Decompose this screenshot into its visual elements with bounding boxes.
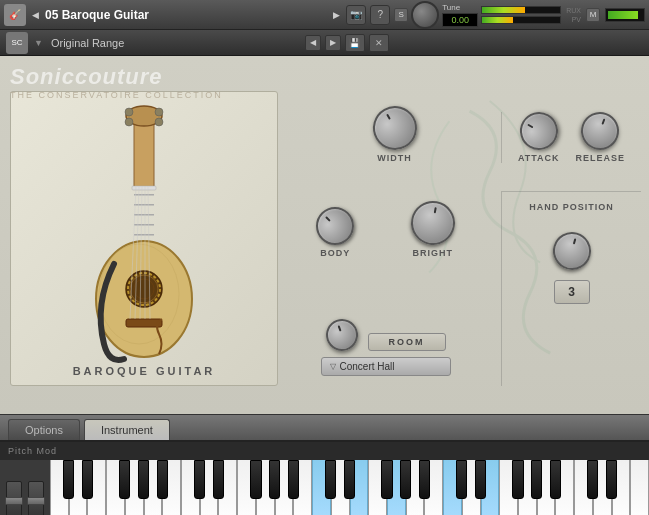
svg-rect-11 xyxy=(134,234,154,236)
black-key-1-1[interactable] xyxy=(213,460,224,499)
second-bar: SC ▼ Original Range ◀ ▶ 💾 ✕ xyxy=(0,30,649,56)
guitar-svg xyxy=(74,104,214,374)
brand-overlay: Soniccouture The Conservatoire Collectio… xyxy=(10,64,223,100)
black-key-2-4[interactable] xyxy=(419,460,430,499)
tab-options[interactable]: Options xyxy=(8,419,80,440)
main-area: Soniccouture The Conservatoire Collectio… xyxy=(0,56,649,414)
save-button[interactable]: 💾 xyxy=(345,34,365,52)
body-knob[interactable] xyxy=(308,199,362,253)
svg-rect-7 xyxy=(134,194,154,196)
svg-point-2 xyxy=(125,108,133,116)
svg-rect-9 xyxy=(134,214,154,216)
level-fill-2 xyxy=(482,17,513,23)
black-key-1-0[interactable] xyxy=(194,460,205,499)
attack-label: ATTACK xyxy=(518,153,560,163)
preset-nav-left[interactable]: ◀ xyxy=(30,10,41,20)
level-fill-1 xyxy=(482,7,525,13)
pitch-controls xyxy=(0,460,50,515)
delete-button[interactable]: ✕ xyxy=(369,34,389,52)
preset-range: Original Range xyxy=(47,37,301,49)
white-key-31[interactable] xyxy=(630,460,649,515)
piano-body: ◀ +2 oct ▶ xyxy=(0,460,649,515)
preset-nav-right[interactable]: ▶ xyxy=(331,10,342,20)
level-bar-1 xyxy=(481,6,561,14)
camera-button[interactable]: 📷 xyxy=(346,5,366,25)
attack-release-controls: ATTACK RELEASE xyxy=(501,112,641,163)
piano-keys-container xyxy=(50,460,649,515)
m-button[interactable]: M xyxy=(586,8,600,22)
bright-knob[interactable] xyxy=(407,198,458,249)
guitar-label: BAROQUE GUITAR xyxy=(11,365,277,377)
black-key-4-1[interactable] xyxy=(606,460,617,499)
width-knob[interactable] xyxy=(364,98,424,158)
preset-title: 05 Baroque Guitar xyxy=(45,8,327,22)
black-key-3-3[interactable] xyxy=(531,460,542,499)
tune-value: 0.00 xyxy=(442,13,478,27)
tune-display: Tune 0.00 xyxy=(442,3,478,27)
black-key-0-2[interactable] xyxy=(119,460,130,499)
hand-position-label: HAND POSITION xyxy=(529,202,614,212)
room-button[interactable]: ROOM xyxy=(368,333,446,351)
tune-label: Tune xyxy=(442,3,478,12)
width-label: WIDTH xyxy=(377,153,412,163)
reverb-knob[interactable] xyxy=(321,314,362,355)
controls-panel: WIDTH ATTACK RELEASE BODY xyxy=(288,91,641,386)
attack-knob[interactable] xyxy=(513,105,565,157)
black-key-1-3[interactable] xyxy=(269,460,280,499)
black-key-1-2[interactable] xyxy=(250,460,261,499)
reverb-label: Concert Hall xyxy=(340,361,442,372)
mid-controls-row: BODY BRIGHT xyxy=(288,201,483,258)
reverb-dropdown[interactable]: ▽ Concert Hall xyxy=(321,357,451,376)
reverb-controls: ROOM ▽ Concert Hall xyxy=(288,319,483,376)
black-key-3-1[interactable] xyxy=(475,460,486,499)
level-bar-2 xyxy=(481,16,561,24)
body-label: BODY xyxy=(320,248,350,258)
black-key-4-0[interactable] xyxy=(587,460,598,499)
pitch-slider-1[interactable] xyxy=(6,481,22,516)
pitch-bar xyxy=(605,8,645,22)
release-knob[interactable] xyxy=(576,107,625,156)
pitch-slider-2[interactable] xyxy=(28,481,44,516)
black-key-0-3[interactable] xyxy=(138,460,149,499)
info-button[interactable]: ? xyxy=(370,5,390,25)
piano-section: Pitch Mod xyxy=(0,440,649,515)
black-key-3-2[interactable] xyxy=(512,460,523,499)
keyboard-section: ◀ +2 oct ▶ xyxy=(50,460,649,515)
width-control: WIDTH xyxy=(288,106,501,163)
pitch-mod-label: Pitch Mod xyxy=(0,442,649,460)
black-key-0-0[interactable] xyxy=(63,460,74,499)
release-label: RELEASE xyxy=(576,153,626,163)
black-key-2-2[interactable] xyxy=(381,460,392,499)
black-key-0-1[interactable] xyxy=(82,460,93,499)
black-key-2-3[interactable] xyxy=(400,460,411,499)
pitch-bar-fill xyxy=(608,11,638,19)
black-key-2-0[interactable] xyxy=(325,460,336,499)
s-button[interactable]: S xyxy=(394,8,408,22)
range-nav-left[interactable]: ◀ xyxy=(305,35,321,51)
bright-label: BRIGHT xyxy=(413,248,454,258)
pv-label: PV xyxy=(566,16,581,23)
hand-position-knob[interactable] xyxy=(548,228,595,275)
svg-point-5 xyxy=(155,118,163,126)
svg-point-4 xyxy=(155,108,163,116)
hand-position-value: 3 xyxy=(554,280,590,304)
black-key-1-4[interactable] xyxy=(288,460,299,499)
black-key-0-4[interactable] xyxy=(157,460,168,499)
brand-name: Soniccouture xyxy=(10,64,223,90)
tune-section: S Tune 0.00 RUX PV M xyxy=(394,1,645,29)
svg-point-3 xyxy=(125,118,133,126)
rux-label: RUX xyxy=(566,7,581,14)
level-bars xyxy=(481,6,561,24)
guitar-panel: BAROQUE GUITAR xyxy=(10,91,278,386)
top-bar: 🎸 ◀ 05 Baroque Guitar ▶ 📷 ? S Tune 0.00 … xyxy=(0,0,649,30)
pitch-slider-2-container xyxy=(28,481,44,516)
black-key-3-0[interactable] xyxy=(456,460,467,499)
tune-knob[interactable] xyxy=(411,1,439,29)
tabs-bar: Options Instrument xyxy=(0,414,649,440)
instrument-icon[interactable]: 🎸 xyxy=(4,4,26,26)
black-key-3-4[interactable] xyxy=(550,460,561,499)
tab-instrument[interactable]: Instrument xyxy=(84,419,170,440)
black-key-2-1[interactable] xyxy=(344,460,355,499)
range-nav-right[interactable]: ▶ xyxy=(325,35,341,51)
dropdown-icon: ▽ xyxy=(330,362,336,371)
